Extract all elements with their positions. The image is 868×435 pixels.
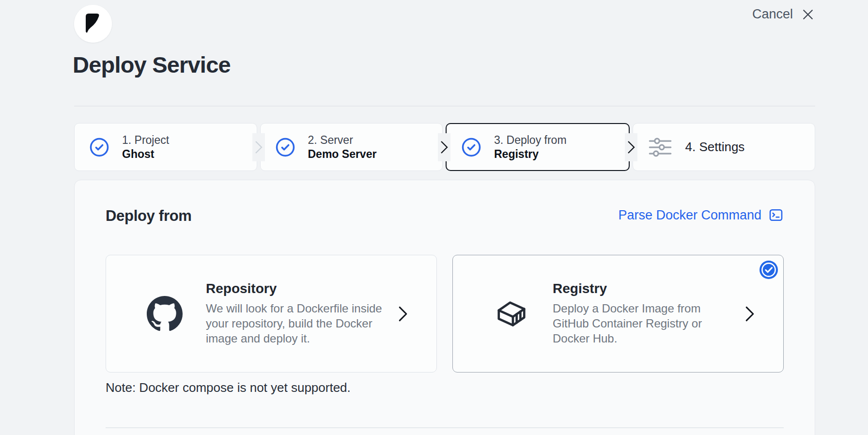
header-divider	[74, 106, 815, 107]
option-description: Deploy a Docker Image from GitHub Contai…	[553, 301, 733, 346]
check-circle-icon	[89, 137, 109, 157]
step-settings[interactable]: 4. Settings	[633, 123, 816, 171]
note-text: Note: Docker compose is not yet supporte…	[106, 380, 784, 395]
option-title: Repository	[206, 281, 397, 296]
step-label: 1. Project	[122, 134, 169, 147]
check-circle-icon	[461, 137, 481, 157]
page-title: Deploy Service	[73, 51, 231, 78]
parse-docker-command-button[interactable]: Parse Docker Command	[618, 207, 784, 223]
wizard-stepper: 1. Project Ghost 2. Server Demo Server	[74, 123, 815, 171]
check-circle-icon	[275, 137, 295, 157]
cancel-button[interactable]: Cancel	[752, 7, 815, 22]
step-value: Ghost	[122, 148, 169, 161]
chevron-right-icon	[397, 306, 409, 322]
option-registry[interactable]: Registry Deploy a Docker Image from GitH…	[452, 255, 784, 373]
section-heading: Deploy from	[106, 207, 192, 225]
deploy-from-panel: Deploy from Parse Docker Command	[74, 180, 815, 435]
sliders-icon	[648, 137, 673, 158]
deploy-source-options: Repository We will look for a Dockerfile…	[106, 255, 784, 373]
cancel-label[interactable]: Cancel	[752, 7, 793, 22]
option-description: We will look for a Dockerfile inside you…	[206, 301, 397, 346]
step-label: 2. Server	[308, 134, 377, 147]
terminal-icon[interactable]	[768, 207, 784, 223]
step-label: 3. Deploy from	[494, 134, 567, 147]
step-project[interactable]: 1. Project Ghost	[74, 123, 257, 171]
option-title: Registry	[553, 281, 733, 296]
step-separator	[252, 133, 265, 161]
selected-check-icon	[759, 260, 778, 280]
step-separator	[625, 133, 637, 161]
step-separator	[438, 133, 450, 161]
app-logo-icon	[74, 5, 112, 43]
step-server[interactable]: 2. Server Demo Server	[260, 123, 443, 171]
github-icon	[147, 296, 183, 332]
parse-docker-command-label[interactable]: Parse Docker Command	[618, 208, 761, 223]
step-label: 4. Settings	[685, 140, 745, 155]
container-icon	[494, 297, 529, 331]
app-logo	[74, 5, 112, 43]
chevron-right-icon	[744, 306, 756, 322]
step-deploy-from[interactable]: 3. Deploy from Registry	[446, 123, 630, 171]
step-value: Demo Server	[308, 148, 377, 161]
section-divider	[106, 427, 784, 428]
close-icon[interactable]	[801, 7, 815, 22]
option-repository[interactable]: Repository We will look for a Dockerfile…	[106, 255, 437, 373]
step-value: Registry	[494, 148, 567, 161]
